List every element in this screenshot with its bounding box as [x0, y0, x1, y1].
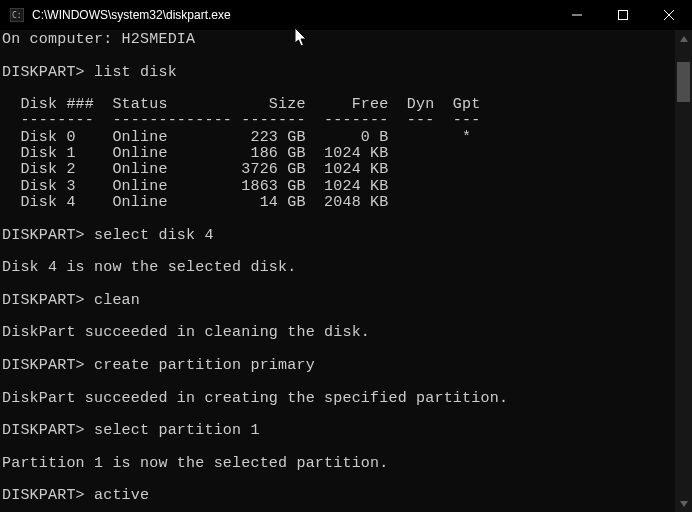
svg-marker-7	[680, 501, 688, 507]
terminal-area[interactable]: On computer: H2SMEDIA DISKPART> list dis…	[0, 30, 692, 512]
window-titlebar[interactable]: C: C:\WINDOWS\system32\diskpart.exe	[0, 0, 692, 30]
maximize-button[interactable]	[600, 0, 646, 30]
svg-text:C:: C:	[12, 11, 22, 20]
svg-marker-6	[680, 36, 688, 42]
scroll-down-button[interactable]	[675, 495, 692, 512]
scrollbar-track[interactable]	[675, 30, 692, 512]
minimize-button[interactable]	[554, 0, 600, 30]
scrollbar-thumb[interactable]	[677, 62, 690, 102]
window-controls	[554, 0, 692, 30]
scroll-up-button[interactable]	[675, 30, 692, 47]
close-button[interactable]	[646, 0, 692, 30]
svg-rect-3	[619, 11, 628, 20]
app-icon: C:	[8, 6, 26, 24]
window-title: C:\WINDOWS\system32\diskpart.exe	[32, 8, 554, 22]
